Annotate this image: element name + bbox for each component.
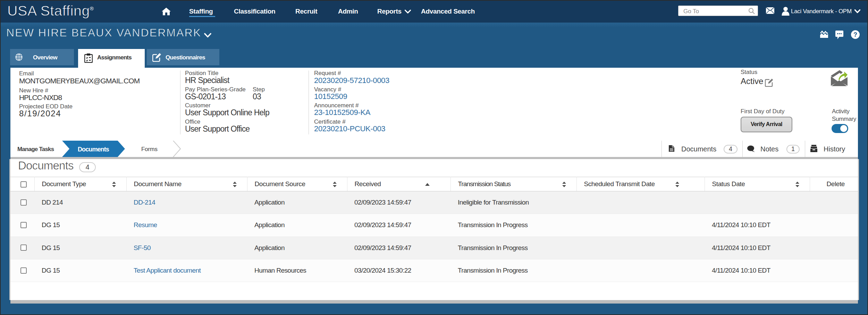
svg-text:?: ? xyxy=(853,31,857,38)
